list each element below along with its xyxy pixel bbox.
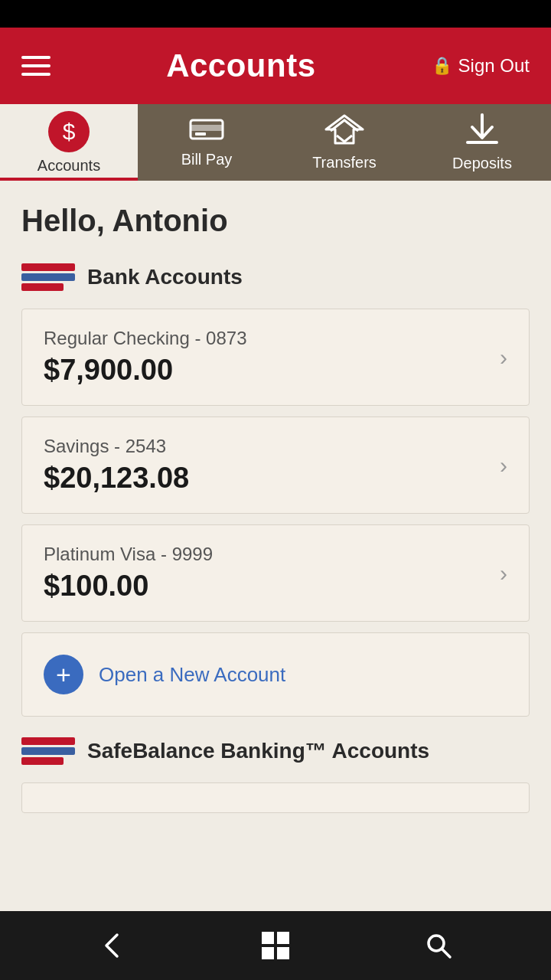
status-bar (0, 0, 551, 28)
tab-billpay[interactable]: Bill Pay (138, 104, 276, 181)
account-info-visa: Platinum Visa - 9999 $100.00 (44, 544, 213, 603)
tab-transfers-label: Transfers (312, 154, 377, 172)
account-balance-visa: $100.00 (44, 570, 213, 603)
account-name-visa: Platinum Visa - 9999 (44, 544, 213, 565)
tab-accounts-label: Accounts (37, 157, 100, 175)
account-card-savings[interactable]: Savings - 2543 $20,123.08 › (21, 416, 530, 514)
windows-logo-icon (262, 932, 289, 959)
tab-accounts[interactable]: $ Accounts (0, 104, 138, 181)
account-info-savings: Savings - 2543 $20,123.08 (44, 436, 189, 495)
bank-accounts-title: Bank Accounts (87, 265, 243, 289)
bottom-nav-bar (0, 911, 551, 980)
transfers-icon (324, 114, 364, 149)
bank-logo-safe (21, 733, 75, 769)
account-balance-checking: $7,900.00 (44, 354, 247, 387)
account-card-visa[interactable]: Platinum Visa - 9999 $100.00 › (21, 524, 530, 622)
search-button[interactable] (425, 932, 452, 959)
main-content: Hello, Antonio Bank Accounts Regular Che… (0, 181, 551, 911)
tab-transfers[interactable]: Transfers (276, 104, 413, 181)
chevron-right-icon: › (500, 345, 507, 371)
svg-rect-2 (195, 132, 206, 136)
greeting: Hello, Antonio (21, 204, 530, 238)
account-info-checking: Regular Checking - 0873 $7,900.00 (44, 328, 247, 387)
tab-bar: $ Accounts Bill Pay Transfers (0, 104, 551, 181)
bank-accounts-header: Bank Accounts (21, 260, 530, 295)
plus-circle-icon: + (44, 655, 83, 694)
tab-deposits-label: Deposits (452, 155, 512, 172)
account-card-checking[interactable]: Regular Checking - 0873 $7,900.00 › (21, 309, 530, 406)
lock-icon: 🔒 (432, 56, 452, 76)
safe-balance-card-partial[interactable] (21, 782, 530, 813)
sign-out-button[interactable]: 🔒 Sign Out (432, 55, 530, 77)
open-new-account-card[interactable]: + Open a New Account (21, 632, 530, 717)
billpay-icon (189, 117, 224, 146)
menu-button[interactable] (21, 56, 51, 76)
safe-balance-title: SafeBalance Banking™ Accounts (87, 739, 429, 763)
account-balance-savings: $20,123.08 (44, 462, 189, 495)
chevron-right-icon-visa: › (500, 560, 507, 586)
accounts-icon: $ (48, 111, 90, 152)
deposits-icon (465, 113, 500, 150)
header-title: Accounts (166, 47, 315, 84)
new-account-label: Open a New Account (99, 663, 285, 687)
sign-out-label: Sign Out (458, 55, 530, 77)
tab-billpay-label: Bill Pay (181, 151, 233, 168)
account-name-savings: Savings - 2543 (44, 436, 189, 457)
tab-deposits[interactable]: Deposits (413, 104, 551, 181)
safe-balance-header: SafeBalance Banking™ Accounts (21, 733, 530, 769)
app-header: Accounts 🔒 Sign Out (0, 28, 551, 104)
bank-logo (21, 260, 75, 295)
svg-line-7 (442, 949, 450, 957)
chevron-right-icon-savings: › (500, 452, 507, 479)
back-button[interactable] (99, 932, 126, 959)
svg-rect-1 (191, 125, 223, 131)
account-name-checking: Regular Checking - 0873 (44, 328, 247, 349)
home-button[interactable] (262, 932, 289, 959)
